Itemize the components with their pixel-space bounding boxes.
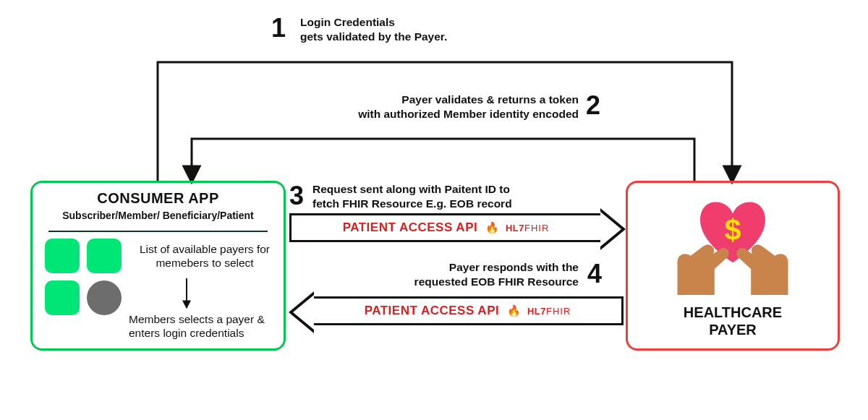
member-selects-text: Members selects a payer & enters login c… [129,312,284,340]
payer-tile-icon [45,239,80,273]
step-2-text: Payer validates & returns a token with a… [318,93,579,121]
payer-tile-icon [87,239,122,273]
step-2-number: 2 [586,90,600,121]
fhir-text: FHIR [546,306,571,317]
patient-access-api-request-arrow: PATIENT ACCESS API 🔥HL7FHIR [289,213,600,242]
divider [48,231,268,232]
step-3-number: 3 [289,181,304,211]
healthcare-payer-box: $ HEALTHCARE PAYER [626,181,840,351]
api-arrow-label: PATIENT ACCESS API 🔥HL7FHIR [314,304,621,318]
api-arrow-label: PATIENT ACCESS API 🔥HL7FHIR [292,220,600,235]
payer-title-line2: PAYER [709,322,757,338]
hl7-text: HL7 [506,223,524,233]
available-payers-text: List of available payers for memebers to… [129,242,281,270]
svg-text:$: $ [724,213,741,247]
api-label-text: PATIENT ACCESS API [365,304,500,317]
hl7-text: HL7 [527,306,546,317]
step-3-text: Request sent along with Paitent ID to fe… [312,182,573,211]
healthcare-payer-title: HEALTHCARE PAYER [628,304,838,338]
flame-icon: 🔥 [485,221,500,233]
hands-heart-dollar-icon: $ [668,189,798,297]
selected-payer-icon [87,280,122,315]
api-label-text: PATIENT ACCESS API [343,220,478,234]
step-1-text: Login Credentials gets validated by the … [300,15,517,44]
consumer-app-title: CONSUMER APP [33,190,284,207]
step-1-number: 1 [271,13,286,43]
flame-icon: 🔥 [507,304,522,317]
payer-tile-icon [45,280,80,315]
payer-title-line1: HEALTHCARE [684,304,782,320]
step-4-number: 4 [587,259,602,289]
patient-access-api-response-arrow: PATIENT ACCESS API 🔥HL7FHIR [314,296,624,325]
step-4-text: Payer responds with the requested EOB FH… [383,260,579,289]
consumer-app-subtitle: Subscriber/Member/ Beneficiary/Patient [33,210,284,221]
fhir-text: FHIR [524,223,549,233]
